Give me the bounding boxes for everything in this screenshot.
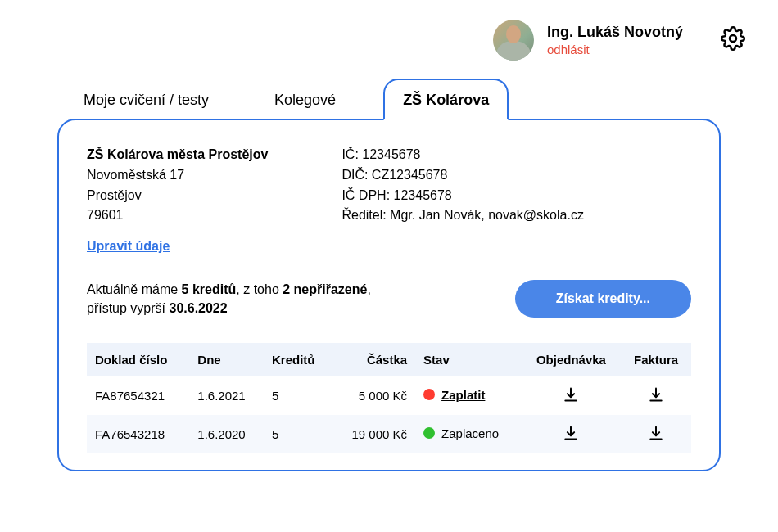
school-ids-block: IČ: 12345678 DIČ: CZ12345678 IČ DPH: 123… [342,145,583,226]
table-row: FA765432181.6.2020519 000 KčZaplaceno [87,415,691,453]
avatar[interactable] [493,20,534,61]
cell-order [522,415,621,453]
cell-status: Zaplaceno [415,415,522,453]
school-city: Prostějov [87,188,142,202]
download-icon[interactable] [563,425,579,444]
cell-credits: 5 [264,415,332,453]
tabs: Moje cvičení / testy Kolegové ZŠ Kolárov… [0,77,778,119]
gear-icon[interactable] [721,26,745,54]
cell-invoice [621,376,691,415]
cell-credits: 5 [264,376,332,415]
school-name: ZŠ Kolárova města Prostějov [87,147,268,161]
svg-point-0 [730,35,736,42]
status-dot-icon [423,389,435,400]
cell-doc: FA87654321 [87,376,189,415]
status-label: Zaplaceno [441,426,499,440]
tab-school[interactable]: ZŠ Kolárova [383,79,509,120]
school-dic: DIČ: CZ12345678 [342,168,447,182]
main-panel: ZŠ Kolárova města Prostějov Novoměstská … [57,119,721,471]
credits-summary: Aktuálně máme 5 kreditů, z toho 2 nepřiř… [87,280,371,318]
cell-date: 1.6.2021 [189,376,264,415]
th-status: Stav [415,343,522,376]
logout-link[interactable]: odhlásit [547,42,683,58]
tab-exercises[interactable]: Moje cvičení / testy [66,80,227,119]
download-icon[interactable] [563,386,579,405]
user-name: Ing. Lukáš Novotný [547,23,683,42]
download-icon[interactable] [648,425,664,444]
documents-table: Doklad číslo Dne Kreditů Částka Stav Obj… [87,343,691,453]
edit-details-link[interactable]: Upravit údaje [87,239,170,254]
school-ic: IČ: 12345678 [342,147,420,161]
user-meta: Ing. Lukáš Novotný odhlásit [547,23,683,58]
cell-order [522,376,621,415]
th-amount: Částka [332,343,415,376]
th-doc: Doklad číslo [87,343,189,376]
school-info: ZŠ Kolárova města Prostějov Novoměstská … [87,145,691,226]
school-director: Ředitel: Mgr. Jan Novák, novak@skola.cz [342,208,583,222]
header: Ing. Lukáš Novotný odhlásit [0,0,778,69]
app-window: Ing. Lukáš Novotný odhlásit Moje cvičení… [0,0,778,532]
get-credits-button[interactable]: Získat kredity... [515,280,691,318]
credits-row: Aktuálně máme 5 kreditů, z toho 2 nepřiř… [87,280,691,318]
th-invoice: Faktura [621,343,691,376]
th-order: Objednávka [522,343,621,376]
cell-invoice [621,415,691,453]
tab-colleagues[interactable]: Kolegové [256,80,354,119]
status-dot-icon [423,427,435,439]
th-credits: Kreditů [264,343,332,376]
school-address-block: ZŠ Kolárova města Prostějov Novoměstská … [87,145,268,226]
school-street: Novoměstská 17 [87,168,184,182]
cell-date: 1.6.2020 [189,415,264,453]
table-row: FA876543211.6.202155 000 KčZaplatit [87,376,691,415]
school-postal: 79601 [87,208,124,222]
cell-doc: FA76543218 [87,415,189,453]
download-icon[interactable] [648,386,664,405]
pay-link[interactable]: Zaplatit [441,388,485,402]
school-ic-dph: IČ DPH: 12345678 [342,188,451,202]
th-date: Dne [189,343,264,376]
cell-amount: 19 000 Kč [332,415,415,453]
cell-status: Zaplatit [415,376,522,415]
cell-amount: 5 000 Kč [332,376,415,415]
